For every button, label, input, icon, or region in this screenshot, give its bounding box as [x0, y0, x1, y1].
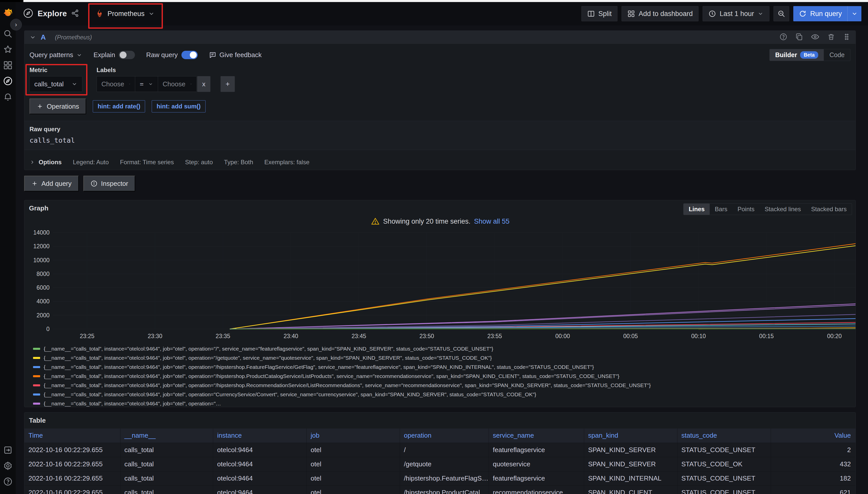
- query-editor-panel: A (Prometheus) Query patterns: [24, 31, 856, 170]
- table-cell: /hipstershop.ProductCatalogService/ListP…: [400, 486, 489, 494]
- hint-add-rate-button[interactable]: hint: add rate(): [93, 100, 145, 112]
- explore-icon[interactable]: [3, 76, 13, 86]
- table-cell: 621: [771, 486, 855, 494]
- sign-in-icon[interactable]: [3, 445, 13, 455]
- split-button[interactable]: Split: [581, 6, 618, 21]
- add-to-dashboard-icon: [627, 10, 635, 18]
- share-icon[interactable]: [71, 9, 79, 19]
- datasource-picker[interactable]: Prometheus: [91, 6, 159, 21]
- zoom-out-button[interactable]: [774, 6, 789, 21]
- column-header-service-name[interactable]: service_name: [489, 429, 584, 443]
- duplicate-query-icon[interactable]: [795, 33, 803, 42]
- table-cell: featureflagservice: [489, 471, 584, 486]
- label-name-select[interactable]: Choose: [96, 76, 135, 92]
- plus-icon: [37, 103, 43, 110]
- remove-query-trash-icon[interactable]: [827, 33, 835, 42]
- operations-button[interactable]: Operations: [30, 98, 86, 114]
- table-cell: recommendationservice: [489, 486, 584, 494]
- help-icon[interactable]: [3, 476, 13, 487]
- column-header-status-code[interactable]: status_code: [677, 429, 771, 443]
- settings-gear-icon[interactable]: [3, 461, 13, 471]
- column-header-time[interactable]: Time: [24, 429, 120, 443]
- give-feedback-link[interactable]: Give feedback: [209, 51, 262, 59]
- dashboards-icon[interactable]: [3, 60, 13, 70]
- run-query-dropdown[interactable]: [847, 6, 862, 21]
- svg-text:00:05: 00:05: [623, 333, 638, 339]
- column-header-job[interactable]: job: [306, 429, 400, 443]
- page-title: Explore: [38, 9, 67, 18]
- legend-item[interactable]: {__name__="calls_total", instance="otelc…: [33, 353, 851, 362]
- inspector-button[interactable]: Inspector: [83, 176, 135, 191]
- search-icon[interactable]: [3, 29, 13, 39]
- raw-query-label: Raw query: [146, 51, 178, 59]
- legend-swatch-icon: [33, 366, 40, 368]
- legend-item[interactable]: {__name__="calls_total", instance="otelc…: [33, 372, 851, 381]
- query-help-icon[interactable]: [779, 33, 788, 42]
- legend-label: {__name__="calls_total", instance="otelc…: [44, 373, 619, 379]
- zoom-out-icon: [777, 10, 785, 18]
- add-query-button[interactable]: Add query: [24, 176, 79, 191]
- raw-query-toggle[interactable]: [181, 51, 198, 59]
- graph-canvas[interactable]: 0200040006000800010000120001400023:2523:…: [29, 227, 851, 342]
- run-query-button[interactable]: Run query: [793, 6, 862, 21]
- column-header-value[interactable]: Value: [771, 429, 855, 443]
- legend-item[interactable]: {__name__="calls_total", instance="otelc…: [33, 362, 851, 372]
- options-collapse[interactable]: Options: [30, 159, 62, 166]
- column-header-operation[interactable]: operation: [400, 429, 489, 443]
- builder-mode-tab[interactable]: Builder Beta: [770, 49, 824, 61]
- legend-item[interactable]: {__name__="calls_total", instance="otelc…: [33, 399, 851, 407]
- beta-badge: Beta: [800, 51, 818, 59]
- query-patterns-dropdown[interactable]: Query patterns: [30, 51, 82, 59]
- label-value-select[interactable]: Choose: [158, 76, 197, 92]
- svg-text:23:25: 23:25: [80, 333, 94, 339]
- table-row[interactable]: 2022-10-16 00:22:29.655calls_totalotelco…: [24, 471, 855, 486]
- table-cell: otelcol:9464: [213, 486, 306, 494]
- add-to-dashboard-button[interactable]: Add to dashboard: [621, 6, 699, 21]
- query-option-meta: Legend: Auto: [73, 159, 109, 166]
- svg-text:0: 0: [46, 326, 50, 332]
- code-mode-tab[interactable]: Code: [824, 49, 850, 61]
- metric-label: Metric: [30, 66, 82, 74]
- alerting-icon[interactable]: [3, 92, 13, 102]
- time-range-picker[interactable]: Last 1 hour: [703, 6, 770, 21]
- svg-text:23:50: 23:50: [419, 333, 434, 339]
- chevron-down-icon: [148, 11, 155, 17]
- sidebar-expand-button[interactable]: ›: [10, 19, 22, 31]
- graph-mode-lines[interactable]: Lines: [684, 204, 710, 215]
- remove-label-filter-button[interactable]: x: [197, 76, 211, 92]
- legend-item[interactable]: {__name__="calls_total", instance="otelc…: [33, 344, 851, 353]
- label-operator-select[interactable]: =: [135, 76, 158, 92]
- graph-mode-stacked-bars[interactable]: Stacked bars: [806, 204, 852, 215]
- column-header-instance[interactable]: instance: [213, 429, 306, 443]
- table-row[interactable]: 2022-10-16 00:22:29.655calls_totalotelco…: [24, 486, 855, 494]
- table-cell: 2022-10-16 00:22:29.655: [24, 471, 120, 486]
- query-ref-id: A: [41, 33, 46, 41]
- add-label-filter-button[interactable]: +: [220, 76, 235, 92]
- graph-mode-stacked-lines[interactable]: Stacked lines: [759, 204, 806, 215]
- table-row[interactable]: 2022-10-16 00:22:29.655calls_totalotelco…: [24, 443, 855, 457]
- collapse-chevron-icon[interactable]: [30, 34, 36, 41]
- svg-text:00:15: 00:15: [759, 333, 774, 339]
- plus-icon: [31, 180, 38, 187]
- explain-toggle[interactable]: [119, 51, 135, 59]
- legend-item[interactable]: {__name__="calls_total", instance="otelc…: [33, 381, 851, 390]
- svg-text:23:55: 23:55: [487, 333, 502, 339]
- hide-response-eye-icon[interactable]: [811, 33, 819, 42]
- show-all-series-link[interactable]: Show all 55: [474, 217, 510, 225]
- column-header-span-kind[interactable]: span_kind: [584, 429, 677, 443]
- table-cell: featureflagservice: [489, 443, 584, 457]
- table-cell: otelcol:9464: [213, 443, 306, 457]
- graph-mode-bars[interactable]: Bars: [710, 204, 732, 215]
- graph-mode-points[interactable]: Points: [732, 204, 759, 215]
- hint-add-sum-button[interactable]: hint: add sum(): [152, 100, 205, 112]
- metric-select[interactable]: calls_total: [30, 76, 82, 92]
- table-row[interactable]: 2022-10-16 00:22:29.655calls_totalotelco…: [24, 457, 855, 471]
- column-header--name-[interactable]: __name__: [120, 429, 213, 443]
- legend-item[interactable]: {__name__="calls_total", instance="otelc…: [33, 390, 851, 399]
- svg-text:14000: 14000: [33, 229, 50, 236]
- grafana-logo-icon[interactable]: [2, 6, 14, 17]
- legend-label: {__name__="calls_total", instance="otelc…: [44, 355, 492, 361]
- starred-icon[interactable]: [3, 44, 13, 55]
- query-row-header[interactable]: A (Prometheus): [24, 31, 855, 44]
- drag-handle-icon[interactable]: [843, 33, 850, 42]
